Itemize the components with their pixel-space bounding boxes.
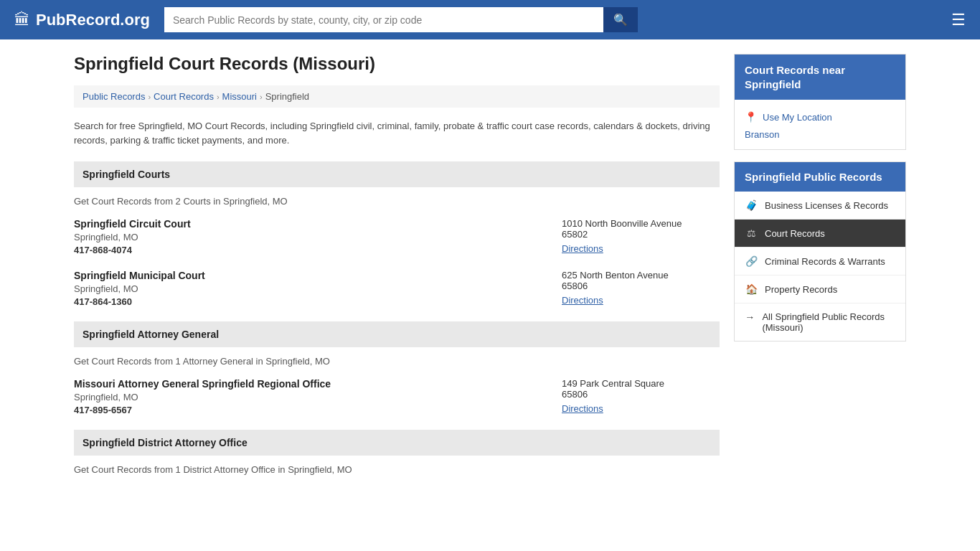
- attorney-general-sub-description: Get Court Records from 1 Attorney Genera…: [74, 356, 720, 367]
- search-button[interactable]: 🔍: [603, 7, 638, 32]
- attorney-general-city: Springfield, MO: [74, 392, 562, 402]
- entry-circuit-court-left: Springfield Circuit Court Springfield, M…: [74, 218, 562, 255]
- sidebar-public-records-nav: Springfield Public Records 🧳 Business Li…: [734, 161, 906, 342]
- sidebar-nearby-body: 📍 Use My Location Branson: [735, 100, 905, 149]
- search-bar: 🔍: [164, 7, 638, 32]
- page-description: Search for free Springfield, MO Court Re…: [74, 119, 720, 147]
- branson-link[interactable]: Branson: [745, 129, 779, 140]
- briefcase-icon: 🧳: [745, 199, 758, 211]
- main-container: Springfield Court Records (Missouri) Pub…: [60, 39, 920, 501]
- circuit-court-address: 1010 North Boonville Avenue: [562, 218, 720, 229]
- breadcrumb-public-records[interactable]: Public Records: [83, 91, 145, 102]
- section-header-courts: Springfield Courts: [74, 161, 720, 187]
- use-my-location-label: Use My Location: [763, 112, 832, 123]
- nearby-city-branson[interactable]: Branson: [745, 127, 895, 142]
- breadcrumb-missouri[interactable]: Missouri: [222, 91, 257, 102]
- page-title: Springfield Court Records (Missouri): [74, 54, 720, 74]
- attorney-general-zip: 65806: [562, 389, 720, 400]
- criminal-records-label: Criminal Records & Warrants: [765, 256, 885, 267]
- entry-attorney-general: Missouri Attorney General Springfield Re…: [74, 378, 720, 415]
- sidebar-nearby-header: Court Records near Springfield: [735, 55, 905, 100]
- municipal-court-directions[interactable]: Directions: [562, 295, 603, 306]
- municipal-court-phone: 417-864-1360: [74, 296, 562, 307]
- circuit-court-zip: 65802: [562, 229, 720, 240]
- breadcrumb-sep-1: ›: [148, 93, 151, 101]
- business-licenses-label: Business Licenses & Records: [765, 200, 888, 211]
- breadcrumb-court-records[interactable]: Court Records: [154, 91, 214, 102]
- site-logo[interactable]: 🏛 PubRecord.org: [14, 11, 150, 29]
- entry-municipal-court-left: Springfield Municipal Court Springfield,…: [74, 270, 562, 307]
- menu-button[interactable]: ☰: [951, 11, 966, 29]
- breadcrumb-springfield: Springfield: [265, 91, 309, 102]
- link-icon: 🔗: [745, 255, 758, 267]
- entry-attorney-general-right: 149 Park Central Square 65806 Directions: [562, 378, 720, 415]
- municipal-court-zip: 65806: [562, 281, 720, 291]
- circuit-court-name: Springfield Circuit Court: [74, 218, 562, 230]
- court-records-label: Court Records: [765, 228, 825, 239]
- circuit-court-city: Springfield, MO: [74, 232, 562, 242]
- property-records-label: Property Records: [765, 284, 837, 295]
- entry-attorney-general-left: Missouri Attorney General Springfield Re…: [74, 378, 562, 415]
- sidebar-item-property-records[interactable]: 🏠 Property Records: [735, 276, 905, 303]
- district-attorney-sub-description: Get Court Records from 1 District Attorn…: [74, 464, 720, 475]
- search-icon: 🔍: [613, 14, 628, 26]
- municipal-court-address: 625 North Benton Avenue: [562, 270, 720, 281]
- sidebar-item-business-licenses[interactable]: 🧳 Business Licenses & Records: [735, 192, 905, 220]
- attorney-general-name: Missouri Attorney General Springfield Re…: [74, 378, 562, 390]
- circuit-court-phone: 417-868-4074: [74, 245, 562, 255]
- search-input[interactable]: [164, 7, 603, 32]
- logo-text: PubRecord.org: [36, 11, 150, 29]
- entry-municipal-court: Springfield Municipal Court Springfield,…: [74, 270, 720, 307]
- breadcrumb: Public Records › Court Records › Missour…: [74, 85, 720, 108]
- sidebar-item-court-records[interactable]: ⚖ Court Records: [735, 220, 905, 248]
- attorney-general-address: 149 Park Central Square: [562, 378, 720, 389]
- logo-icon: 🏛: [14, 11, 30, 29]
- content-area: Springfield Court Records (Missouri) Pub…: [74, 54, 720, 486]
- sidebar-nearby-box: Court Records near Springfield 📍 Use My …: [734, 54, 906, 150]
- house-icon: 🏠: [745, 283, 758, 295]
- sidebar-all-records-link[interactable]: → All Springfield Public Records (Missou…: [735, 303, 905, 341]
- scales-icon: ⚖: [745, 227, 758, 239]
- location-pin-icon: 📍: [745, 111, 757, 123]
- breadcrumb-sep-2: ›: [217, 93, 220, 101]
- section-header-district-attorney: Springfield District Attorney Office: [74, 430, 720, 456]
- section-header-attorney-general: Springfield Attorney General: [74, 321, 720, 347]
- entry-municipal-court-right: 625 North Benton Avenue 65806 Directions: [562, 270, 720, 307]
- use-my-location-item[interactable]: 📍 Use My Location: [745, 107, 895, 127]
- breadcrumb-sep-3: ›: [260, 93, 263, 101]
- courts-sub-description: Get Court Records from 2 Courts in Sprin…: [74, 196, 720, 207]
- entry-circuit-court: Springfield Circuit Court Springfield, M…: [74, 218, 720, 255]
- hamburger-icon: ☰: [951, 11, 966, 29]
- municipal-court-name: Springfield Municipal Court: [74, 270, 562, 281]
- sidebar: Court Records near Springfield 📍 Use My …: [734, 54, 906, 486]
- circuit-court-directions[interactable]: Directions: [562, 243, 603, 254]
- entry-circuit-court-right: 1010 North Boonville Avenue 65802 Direct…: [562, 218, 720, 255]
- municipal-court-city: Springfield, MO: [74, 283, 562, 294]
- arrow-icon: →: [745, 311, 755, 323]
- attorney-general-phone: 417-895-6567: [74, 405, 562, 415]
- attorney-general-directions[interactable]: Directions: [562, 403, 603, 414]
- sidebar-item-criminal-records[interactable]: 🔗 Criminal Records & Warrants: [735, 248, 905, 276]
- sidebar-public-records-header: Springfield Public Records: [735, 162, 905, 192]
- site-header: 🏛 PubRecord.org 🔍 ☰: [0, 0, 980, 39]
- all-records-label: All Springfield Public Records (Missouri…: [762, 311, 895, 333]
